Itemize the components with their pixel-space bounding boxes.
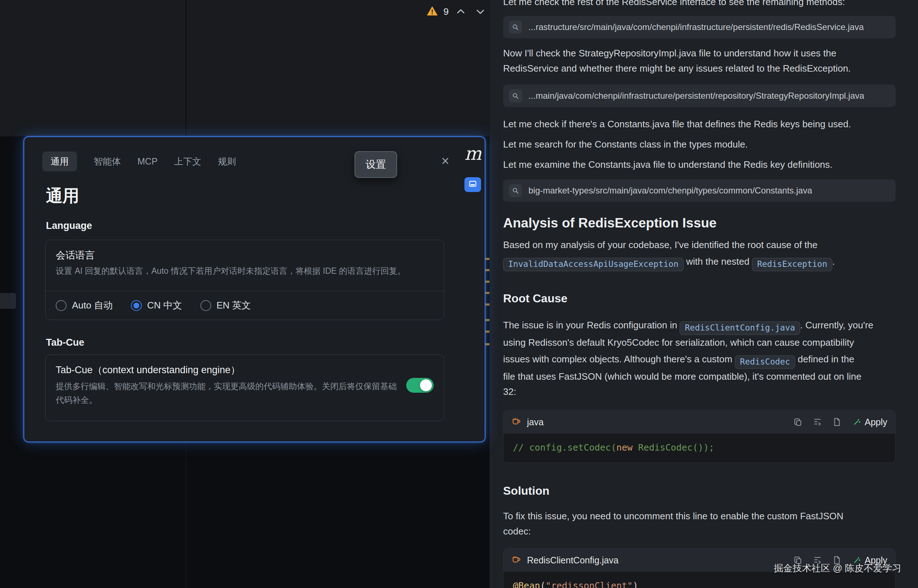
settings-tooltip: 设置 (354, 151, 397, 178)
tab-agent[interactable]: 智能体 (94, 152, 121, 171)
chevron-down-icon[interactable] (473, 4, 488, 19)
chat-launcher-button[interactable] (464, 177, 481, 192)
chat-paragraph: Let me examine the Constants.java file t… (503, 157, 895, 172)
java-cup-icon (511, 555, 521, 566)
code-block-header: java Apply (504, 410, 895, 434)
language-card: 会话语言 设置 AI 回复的默认语言，Auto 情况下若用户对话时未指定语言，将… (45, 240, 444, 320)
copy-icon[interactable] (792, 417, 803, 427)
chat-paragraph: Now I'll check the StrategyRepositoryImp… (503, 45, 895, 76)
apply-wand-icon (853, 418, 861, 426)
tab-general[interactable]: 通用 (42, 152, 77, 171)
search-icon (509, 184, 522, 197)
radio-option-en[interactable]: EN 英文 (200, 299, 251, 312)
radio-label: Auto 自动 (72, 299, 113, 312)
editor-split-divider (186, 0, 186, 136)
code-language-label: java (527, 417, 544, 427)
search-icon (509, 89, 522, 102)
analysis-heading: Analysis of RedisException Issue (503, 215, 895, 231)
apply-button[interactable]: Apply (853, 417, 887, 427)
file-path: ...main/java/com/chenpi/infrastructure/p… (528, 91, 864, 101)
language-card-description: 设置 AI 回复的默认语言，Auto 情况下若用户对话时未指定语言，将根据 ID… (56, 264, 406, 278)
tabcue-section-label: Tab-Cue (46, 337, 84, 348)
toggle-knob (420, 380, 432, 391)
warning-count: 9 (443, 6, 449, 17)
chat-paragraph: To fix this issue, you need to uncomment… (503, 509, 895, 539)
chat-box-icon (468, 179, 478, 190)
dialog-title: 通用 (46, 185, 79, 207)
marscode-logo: m (464, 143, 482, 164)
tabcue-card-description: 提供多行编辑、智能改写和光标预测功能，实现更高级的代码辅助体验。关闭后将仅保留基… (56, 380, 400, 407)
language-card-title: 会话语言 (56, 249, 95, 262)
file-path: ...rastructure/src/main/java/com/chenpi/… (528, 22, 864, 32)
inline-code-chip: RedisCodec (735, 355, 795, 369)
insert-icon[interactable] (812, 417, 823, 427)
editor-background (0, 0, 490, 136)
radio-circle (200, 300, 211, 311)
warning-icon (426, 5, 438, 18)
watermark: 掘金技术社区 @ 陈皮不爱学习 (774, 562, 901, 575)
radio-label: CN 中文 (147, 299, 182, 312)
inline-code-chip: InvalidDataAccessApiUsageException (503, 258, 684, 271)
radio-circle-selected (131, 300, 142, 311)
radio-option-auto[interactable]: Auto 自动 (56, 299, 113, 312)
java-cup-icon (511, 417, 521, 428)
inline-code-chip: RedisClientConfig.java (680, 321, 800, 335)
settings-dialog-tabs: 通用 智能体 MCP 上下文 规则 (42, 152, 236, 171)
chat-paragraph: Let me check if there's a Constants.java… (503, 116, 895, 132)
code-file-label: RedisClientConfig.java (527, 555, 619, 565)
ai-chat-panel: Let me check the rest of the RedisServic… (490, 0, 918, 588)
tab-mcp[interactable]: MCP (137, 152, 158, 171)
editor-split-divider-lower (186, 442, 186, 588)
inline-code-chip: RedisException (752, 258, 832, 271)
close-icon[interactable]: × (436, 152, 454, 170)
tabcue-card: Tab-Cue（context understanding engine） 提供… (45, 354, 444, 421)
activity-strip-highlight (0, 293, 16, 309)
tab-rules[interactable]: 规则 (218, 152, 236, 171)
chat-paragraph: The issue is in your Redis configuration… (503, 316, 895, 399)
file-search-result[interactable]: big-market-types/src/main/java/com/chenp… (503, 179, 895, 202)
file-search-result[interactable]: ...main/java/com/chenpi/infrastructure/p… (503, 85, 895, 107)
chat-paragraph: Based on my analysis of your codebase, I… (503, 237, 895, 271)
tabcue-toggle[interactable] (406, 378, 434, 393)
file-search-result[interactable]: ...rastructure/src/main/java/com/chenpi/… (503, 16, 895, 38)
root-cause-heading: Root Cause (503, 291, 895, 306)
solution-heading: Solution (503, 483, 895, 498)
chat-paragraph: Let me search for the Constants class in… (503, 137, 895, 152)
problems-navigation: 9 (426, 4, 488, 19)
app-root: 9 通用 智能体 MCP 上下文 规则 设置 × 通用 Language 会话语… (0, 0, 918, 588)
save-file-icon[interactable] (832, 417, 842, 427)
settings-dialog: 通用 智能体 MCP 上下文 规则 设置 × 通用 Language 会话语言 … (24, 136, 485, 442)
tab-context[interactable]: 上下文 (175, 152, 202, 171)
radio-option-cn[interactable]: CN 中文 (131, 299, 182, 312)
code-body: // config.setCodec(new RedisCodec()); (504, 434, 895, 462)
radio-circle (56, 300, 66, 311)
search-icon (509, 21, 522, 34)
file-path: big-market-types/src/main/java/com/chenp… (528, 186, 812, 195)
code-block-java: java Apply (503, 410, 895, 463)
language-section-label: Language (46, 220, 92, 231)
radio-label: EN 英文 (217, 299, 251, 312)
tabcue-card-title: Tab-Cue（context understanding engine） (56, 363, 240, 376)
chat-paragraph: Let me check the rest of the RedisServic… (503, 0, 895, 10)
chevron-up-icon[interactable] (454, 4, 468, 19)
language-radio-group: Auto 自动 CN 中文 EN 英文 (56, 291, 434, 320)
